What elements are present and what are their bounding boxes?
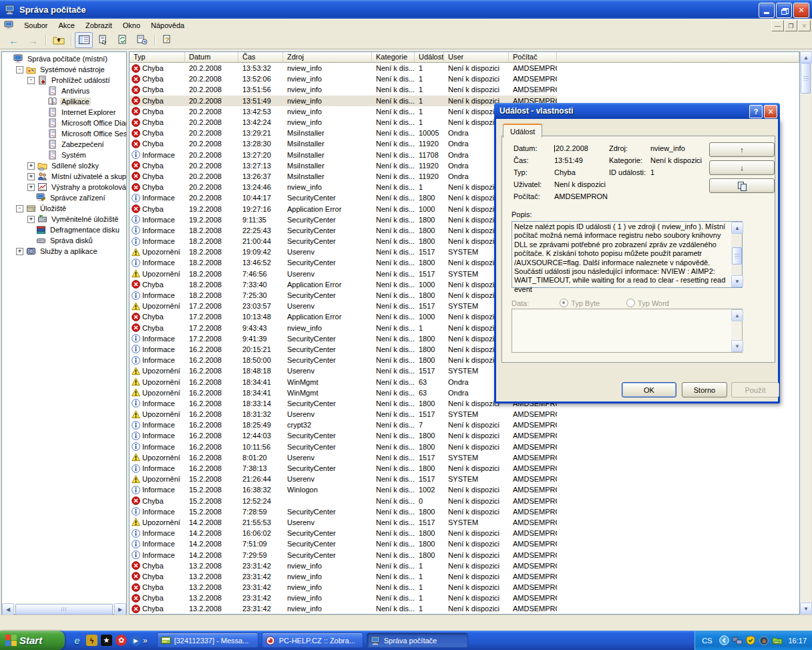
- event-row[interactable]: Chyba13.2.200823:31:42nview_infoNení k d…: [130, 582, 799, 593]
- ok-button[interactable]: OK: [622, 382, 676, 397]
- previous-event-button[interactable]: ↑: [709, 142, 775, 157]
- tree-item[interactable]: +Vyměnitelné úložiště: [2, 214, 126, 224]
- column-header-udlost[interactable]: Událost: [415, 52, 444, 63]
- event-row[interactable]: Upozornění16.2.20088:01:20UserenvNení k …: [130, 452, 799, 463]
- mdi-child-icon[interactable]: [4, 21, 15, 30]
- next-event-button[interactable]: ↓: [709, 160, 775, 175]
- event-row[interactable]: Chyba13.2.200823:31:42nview_infoNení k d…: [130, 603, 799, 614]
- scroll-down-button[interactable]: ▼: [800, 603, 812, 615]
- mdi-restore-button[interactable]: ❐: [785, 20, 797, 31]
- properties-button[interactable]: [94, 32, 112, 48]
- column-header-kategorie[interactable]: Kategorie: [372, 52, 415, 63]
- collapse-box[interactable]: -: [16, 205, 23, 212]
- expand-box[interactable]: +: [27, 216, 35, 223]
- event-row[interactable]: Informace14.2.20087:29:59SecurityCenterN…: [130, 549, 799, 560]
- back-button[interactable]: ←: [5, 32, 23, 48]
- language-indicator[interactable]: CS: [702, 637, 712, 645]
- event-row[interactable]: Chyba15.2.200812:52:24Není k dis...0Není…: [130, 496, 799, 506]
- expand-box[interactable]: +: [27, 162, 35, 170]
- expand-box[interactable]: +: [27, 173, 35, 180]
- restore-button[interactable]: [776, 3, 792, 18]
- menu-akce[interactable]: Akce: [53, 20, 79, 31]
- chevron-left-icon[interactable]: [719, 635, 729, 646]
- event-row[interactable]: Informace15.2.200816:38:32WinlogonNení k…: [130, 484, 799, 495]
- task-button[interactable]: [324112337] - Messa...: [157, 633, 258, 648]
- event-row[interactable]: Chyba13.2.200823:31:42nview_infoNení k d…: [130, 560, 799, 571]
- scroll-up-button[interactable]: ▲: [731, 222, 743, 234]
- winamp-quicklaunch-button[interactable]: ϟ: [86, 635, 97, 646]
- scroll-up-button[interactable]: ▲: [800, 51, 812, 63]
- typ-byte-radio[interactable]: [560, 299, 568, 307]
- tree-item[interactable]: -Prohlížeč událostí: [2, 75, 126, 86]
- column-header-zdroj[interactable]: Zdroj: [283, 52, 372, 63]
- tree-item[interactable]: Internet Explorer: [2, 107, 126, 118]
- column-header-datum[interactable]: Datum: [185, 52, 238, 63]
- list-vertical-scrollbar[interactable]: ▲ ▼: [800, 51, 811, 615]
- menu-zobrazit[interactable]: Zobrazit: [80, 20, 118, 31]
- scroll-right-button[interactable]: ▶: [114, 603, 126, 615]
- tree-item[interactable]: Správa počítače (místní): [2, 53, 126, 64]
- help-button[interactable]: ?: [158, 32, 176, 48]
- tree-item[interactable]: Systém: [2, 150, 126, 160]
- task-button[interactable]: PC-HELP.CZ :: Zobra...: [262, 633, 363, 648]
- typ-word-radio[interactable]: [626, 299, 635, 307]
- start-button[interactable]: Start: [0, 631, 65, 650]
- tree-item[interactable]: -Úložiště: [2, 203, 126, 214]
- event-row[interactable]: Informace16.2.200818:25:49crypt32Není k …: [130, 420, 799, 430]
- tree-item[interactable]: Zabezpečení: [2, 139, 126, 150]
- menu-soubor[interactable]: Soubor: [19, 20, 53, 31]
- data-box[interactable]: ▲ ▼: [512, 309, 743, 353]
- event-row[interactable]: Informace14.2.200816:06:02SecurityCenter…: [130, 528, 799, 538]
- tree-item[interactable]: +Sdílené složky: [2, 160, 126, 171]
- show-tree-button[interactable]: [75, 32, 93, 48]
- column-header-pota[interactable]: Počítač: [509, 52, 557, 63]
- event-row[interactable]: Informace14.2.20087:51:09SecurityCenterN…: [130, 538, 799, 549]
- tree-item[interactable]: +Výstrahy a protokolování výk: [2, 182, 126, 192]
- tree-item[interactable]: +Místní uživatelé a skupiny: [2, 171, 126, 182]
- forward-button[interactable]: →: [24, 32, 42, 48]
- scroll-thumb[interactable]: [732, 247, 742, 265]
- description-box[interactable]: Nelze nalézt popis ID události ( 1 ) ve …: [512, 221, 743, 288]
- up-folder-button[interactable]: [49, 32, 67, 48]
- tab-udalost[interactable]: Událost: [503, 124, 542, 138]
- expand-box[interactable]: +: [16, 248, 23, 255]
- event-row[interactable]: Upozornění14.2.200821:55:53UserenvNení k…: [130, 517, 799, 528]
- menu-napoveda[interactable]: Nápověda: [146, 20, 190, 31]
- tree-item[interactable]: -Systémové nástroje: [2, 64, 126, 75]
- refresh-button[interactable]: [114, 32, 132, 48]
- tree-item[interactable]: +Služby a aplikace: [2, 246, 126, 257]
- media-player-quicklaunch-button[interactable]: ▶: [130, 635, 142, 646]
- icq-quicklaunch-button[interactable]: ✿: [116, 635, 127, 646]
- column-header-user[interactable]: User: [444, 52, 509, 63]
- quick-launch-overflow-chevron[interactable]: »: [143, 636, 148, 645]
- tree-item[interactable]: Aplikace: [2, 96, 126, 107]
- event-row[interactable]: Informace16.2.200810:11:56SecurityCenter…: [130, 442, 799, 452]
- tree-item[interactable]: Antivirus: [2, 86, 126, 96]
- close-button[interactable]: ✕: [793, 3, 809, 18]
- event-row[interactable]: Chyba20.2.200813:52:06nview_infoNení k d…: [130, 73, 799, 84]
- event-row[interactable]: Chyba13.2.200823:31:42nview_infoNení k d…: [130, 593, 799, 603]
- export-list-button[interactable]: [133, 32, 151, 48]
- column-header-as[interactable]: Čas: [238, 52, 283, 63]
- copy-event-button[interactable]: [709, 178, 775, 193]
- scroll-down-button[interactable]: ▼: [731, 275, 743, 287]
- event-row[interactable]: Upozornění16.2.200818:31:32UserenvNení k…: [130, 409, 799, 420]
- event-row[interactable]: Chyba20.2.200813:53:32nview_infoNení k d…: [130, 63, 799, 73]
- mdi-minimize-button[interactable]: —: [771, 20, 784, 31]
- collapse-box[interactable]: -: [27, 77, 35, 84]
- app-star-quicklaunch-button[interactable]: ★: [101, 635, 112, 646]
- event-row[interactable]: Informace15.2.20087:28:59SecurityCenterN…: [130, 506, 799, 517]
- dialog-close-button[interactable]: ✕: [764, 105, 777, 118]
- tree-item[interactable]: Microsoft Office Sessions: [2, 128, 126, 139]
- event-row[interactable]: Chyba20.2.200813:51:56nview_infoNení k d…: [130, 84, 799, 95]
- event-row[interactable]: Informace16.2.200812:44:03SecurityCenter…: [130, 430, 799, 441]
- expand-box[interactable]: +: [27, 184, 35, 191]
- event-row[interactable]: Chyba13.2.200823:31:42nview_infoNení k d…: [130, 571, 799, 582]
- scroll-thumb[interactable]: [15, 604, 113, 615]
- scroll-thumb[interactable]: [801, 63, 811, 94]
- task-button[interactable]: Správa počítače: [367, 633, 468, 648]
- minimize-button[interactable]: [759, 3, 775, 18]
- column-header-typ[interactable]: Typ: [130, 52, 185, 63]
- tree-item[interactable]: Správa disků: [2, 235, 126, 246]
- collapse-box[interactable]: -: [16, 66, 23, 73]
